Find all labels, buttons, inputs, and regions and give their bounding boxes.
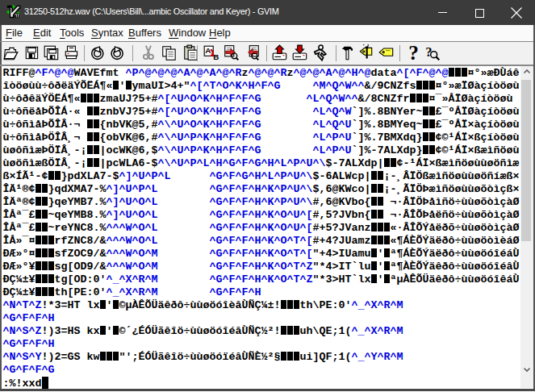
- svg-text:A: A: [205, 46, 211, 55]
- svg-text:?: ?: [408, 44, 419, 62]
- svg-text:B: B: [213, 52, 219, 60]
